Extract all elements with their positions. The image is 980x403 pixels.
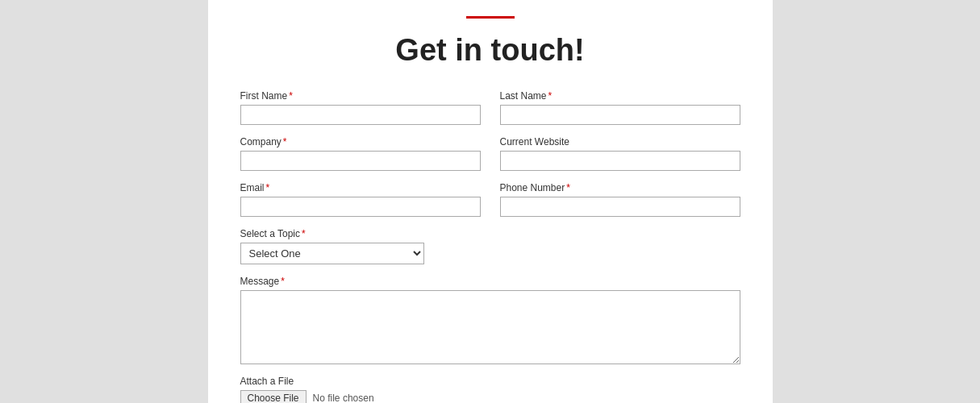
page-container: Get in touch! First Name* Last Name* Com…	[208, 0, 773, 403]
contact-form: First Name* Last Name* Company* Current …	[240, 90, 740, 403]
phone-group: Phone Number*	[500, 182, 740, 217]
phone-input[interactable]	[500, 197, 740, 217]
company-input[interactable]	[240, 151, 481, 171]
name-row: First Name* Last Name*	[240, 90, 740, 125]
last-name-input[interactable]	[500, 105, 740, 125]
message-textarea[interactable]	[240, 290, 740, 364]
email-input[interactable]	[240, 197, 481, 217]
phone-label: Phone Number*	[500, 182, 740, 193]
email-label: Email*	[240, 182, 481, 193]
page-title: Get in touch!	[240, 33, 740, 68]
company-group: Company*	[240, 136, 481, 171]
email-group: Email*	[240, 182, 481, 217]
choose-file-button[interactable]: Choose File	[240, 390, 307, 403]
last-name-group: Last Name*	[500, 90, 740, 125]
website-input[interactable]	[500, 151, 740, 171]
first-name-input[interactable]	[240, 105, 481, 125]
message-label: Message*	[240, 276, 740, 287]
website-group: Current Website	[500, 136, 740, 171]
attach-section: Attach a File Choose File No file chosen	[240, 376, 740, 403]
first-name-label: First Name*	[240, 90, 481, 102]
top-divider	[466, 16, 515, 19]
topic-group: Select a Topic* Select One General Inqui…	[240, 228, 424, 264]
company-label: Company*	[240, 136, 481, 147]
last-name-label: Last Name*	[500, 90, 740, 102]
email-phone-row: Email* Phone Number*	[240, 182, 740, 217]
attach-label: Attach a File	[240, 376, 740, 387]
topic-row: Select a Topic* Select One General Inqui…	[240, 228, 740, 264]
first-name-group: First Name*	[240, 90, 481, 125]
company-website-row: Company* Current Website	[240, 136, 740, 171]
file-input-row: Choose File No file chosen	[240, 390, 740, 403]
topic-label: Select a Topic*	[240, 228, 424, 239]
message-row: Message*	[240, 276, 740, 364]
website-label: Current Website	[500, 136, 740, 147]
message-group: Message*	[240, 276, 740, 364]
no-file-text: No file chosen	[313, 393, 374, 403]
topic-select[interactable]: Select One General Inquiry Support Sales…	[240, 243, 424, 264]
